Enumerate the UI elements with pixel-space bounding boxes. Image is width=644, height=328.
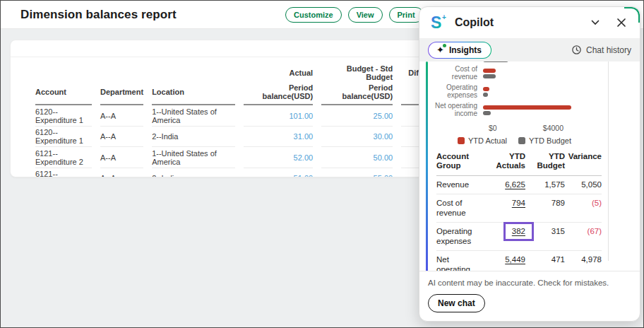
new-chat-button[interactable]: New chat <box>428 294 485 312</box>
copilot-panel: S + Copilot ✦ Insights <box>419 6 640 322</box>
app-window: Dimension balances report Customize View… <box>0 0 644 328</box>
chart-category-row: Operating expenses <box>434 84 607 99</box>
cell-department: A--A <box>100 127 143 148</box>
insight-row: Net operating income5,4494714,978 <box>436 251 602 271</box>
cell-account: 6120--Expenditure 1 <box>35 127 92 148</box>
cell-account-group: Revenue <box>436 176 484 194</box>
budget-value-link[interactable]: 55.00 <box>374 174 393 177</box>
legend-item: YTD Budget <box>518 136 571 145</box>
report-table-body: 6120--Expenditure 1A--A1--United States … <box>35 105 446 177</box>
ytd-budget-bar <box>483 62 508 62</box>
actual-value-link[interactable]: 31.00 <box>294 132 314 141</box>
view-button[interactable]: View <box>348 7 383 23</box>
ytd-actuals-link[interactable]: 794 <box>512 199 525 207</box>
budget-value-link[interactable]: 30.00 <box>374 132 393 141</box>
cell-account-group: Net operating income <box>436 251 484 271</box>
cell-account-group: Cost of revenue <box>436 194 484 223</box>
report-row: 6121--Expenditure 2A--A2--India51.0055.0… <box>35 168 446 178</box>
chart-x-axis: $0$4000 <box>489 124 607 132</box>
sparkle-icon: ✦ <box>436 45 444 54</box>
cell-ytd-budget: 789 <box>525 194 565 223</box>
cell-department: A--A <box>100 147 143 168</box>
cell-location: 2--India <box>152 168 235 178</box>
cell-department: A--A <box>100 105 143 127</box>
insight-accent-bar <box>426 62 428 271</box>
ai-disclaimer: AI content may be inaccurate. Check for … <box>428 279 631 287</box>
ytd-actuals-link[interactable]: 382 <box>512 227 525 235</box>
insight-row: Revenue6,6251,5755,050 <box>436 176 602 194</box>
budget-value-link[interactable]: 50.00 <box>374 153 393 162</box>
legend-swatch-icon <box>518 137 525 144</box>
copilot-logo-icon: S + <box>431 13 448 32</box>
cell-location: 1--United States of America <box>152 105 235 127</box>
copilot-insight-body: RevenueCost of revenueOperating expenses… <box>419 62 640 271</box>
ytd-actual-bar <box>483 87 489 91</box>
ytd-budget-bar <box>483 74 496 78</box>
col-group-budget: Budget - Std Budget <box>321 64 393 83</box>
col-actual-period-balance: Period balance(USD) <box>244 83 313 105</box>
budget-value-link[interactable]: 25.00 <box>374 112 393 120</box>
insight-table-body: Revenue6,6251,5755,050Cost of revenue794… <box>436 176 602 271</box>
dimension-balances-table: Actual Budget - Std Budget Difference Ac… <box>27 64 455 177</box>
cell-department: A--A <box>100 168 143 178</box>
chat-history-button[interactable]: Chat history <box>571 45 631 55</box>
report-row: 6120--Expenditure 1A--A2--India31.0030.0… <box>35 127 446 148</box>
col-budget-period-balance: Period balance(USD) <box>321 83 393 105</box>
chart-category-row: Net operating income <box>434 102 607 117</box>
insight-header-row: Account Group YTD Actuals YTD Budget Var… <box>436 151 602 176</box>
ytd-actual-bar <box>483 105 571 110</box>
collapse-chevron-down-icon[interactable] <box>588 16 602 30</box>
chart-category-label: Operating expenses <box>434 84 483 99</box>
chart-category-row: Cost of revenue <box>434 66 607 81</box>
cell-account: 6120--Expenditure 1 <box>35 105 92 127</box>
report-row: 6121--Expenditure 2A--A1--United States … <box>35 147 446 168</box>
copilot-footer: AI content may be inaccurate. Check for … <box>419 271 640 321</box>
cell-ytd-budget: 471 <box>525 251 565 271</box>
actual-value-link[interactable]: 52.00 <box>294 153 314 162</box>
insights-button[interactable]: ✦ Insights <box>428 42 491 59</box>
col-group-actual: Actual <box>244 64 313 83</box>
page-title: Dimension balances report <box>20 8 177 22</box>
x-tick-zero: $0 <box>489 124 497 132</box>
col-department: Department <box>100 83 143 105</box>
cell-variance: (5) <box>565 194 602 223</box>
col-ytd-budget: YTD Budget <box>525 151 565 176</box>
x-tick-4000: $4000 <box>543 124 564 132</box>
copilot-toolbar: ✦ Insights Chat history <box>419 38 640 62</box>
ytd-budget-bar <box>483 93 488 97</box>
column-header-row: Account Department Location Period balan… <box>35 83 446 105</box>
cell-account: 6121--Expenditure 2 <box>35 168 92 178</box>
cell-account: 6121--Expenditure 2 <box>35 147 92 168</box>
chart-rows: RevenueCost of revenueOperating expenses… <box>434 62 607 117</box>
cell-variance: 5,050 <box>565 176 602 194</box>
chart-category-label: Net operating income <box>434 102 483 117</box>
customize-button[interactable]: Customize <box>285 7 342 23</box>
legend-item: YTD Actual <box>458 136 507 145</box>
cell-location: 1--United States of America <box>152 147 235 168</box>
cell-variance: 4,978 <box>565 251 602 271</box>
ytd-budget-bar <box>483 111 491 115</box>
highlight-box: 382 <box>506 224 532 239</box>
legend-swatch-icon <box>458 137 465 144</box>
scroll-area-divider[interactable] <box>608 62 609 261</box>
svg-text:+: + <box>442 13 446 21</box>
chart-category-row: Revenue <box>434 62 607 62</box>
col-variance: Variance <box>565 151 602 176</box>
ytd-actuals-link[interactable]: 6,625 <box>505 180 525 189</box>
cell-ytd-budget: 1,575 <box>525 176 565 194</box>
insight-row: Operating expenses382315(67) <box>436 223 602 251</box>
cell-account-group: Operating expenses <box>436 223 484 251</box>
report-row: 6120--Expenditure 1A--A1--United States … <box>35 105 446 127</box>
copilot-title: Copilot <box>455 16 494 29</box>
col-location: Location <box>152 83 235 105</box>
ytd-actual-bar <box>483 69 496 73</box>
cell-variance: (67) <box>565 223 602 251</box>
ytd-actuals-link[interactable]: 5,449 <box>505 255 525 264</box>
col-account-group: Account Group <box>436 151 484 176</box>
actual-value-link[interactable]: 101.00 <box>289 112 313 120</box>
panel-corner-accent <box>624 7 640 23</box>
ytd-bar-chart: RevenueCost of revenueOperating expenses… <box>434 62 607 124</box>
col-ytd-actuals: YTD Actuals <box>484 151 525 176</box>
actual-value-link[interactable]: 51.00 <box>294 174 314 177</box>
chart-legend: YTD ActualYTD Budget <box>458 136 607 145</box>
